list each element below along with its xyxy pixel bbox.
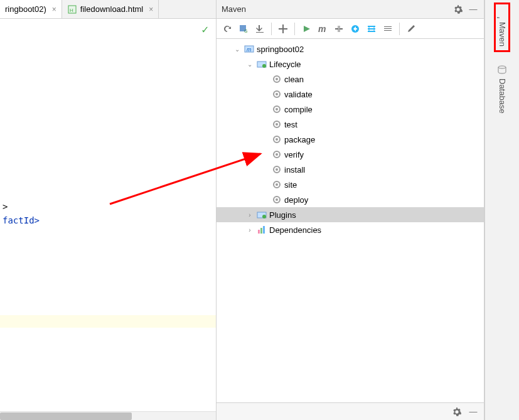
svg-point-26 (276, 168, 278, 171)
svg-point-24 (276, 153, 278, 156)
gear-icon (272, 195, 282, 205)
tab-label: ringboot02) (5, 4, 46, 14)
gear-icon[interactable] (452, 4, 464, 15)
goal-compile[interactable]: compile (217, 102, 484, 117)
goal-validate[interactable]: validate (217, 87, 484, 102)
skip-tests-icon[interactable] (332, 22, 346, 36)
node-label: deploy (284, 195, 308, 205)
gear-icon (272, 134, 282, 144)
tab-filedownload[interactable]: H filedownload.html × (62, 0, 159, 18)
svg-text:m: m (497, 16, 503, 18)
svg-point-37 (498, 66, 506, 68)
editor-tabs: ringboot02) × H filedownload.html × (0, 0, 216, 19)
svg-point-32 (262, 215, 266, 218)
node-label: package (284, 135, 315, 144)
goal-test[interactable]: test (217, 117, 484, 132)
editor-area: ringboot02) × H filedownload.html × ✓ > … (0, 0, 217, 420)
node-label: validate (284, 90, 313, 99)
gear-icon[interactable] (451, 406, 463, 417)
maven-tool-tab[interactable]: m Maven (494, 3, 510, 52)
tool-tab-label: Database (498, 78, 507, 114)
collapse-all-icon[interactable] (381, 22, 395, 36)
svg-text:m: m (247, 46, 252, 53)
close-icon[interactable]: × (52, 5, 56, 14)
dependencies-icon (257, 225, 267, 235)
database-tool-tab[interactable]: Database (495, 60, 510, 119)
add-icon[interactable] (276, 22, 290, 36)
maven-tool-window: Maven — G m ⌄ (217, 0, 484, 420)
gear-icon (272, 89, 282, 99)
close-icon[interactable]: × (149, 5, 153, 14)
svg-text:G: G (244, 29, 247, 33)
node-label: Plugins (269, 210, 296, 220)
node-label: compile (284, 105, 313, 114)
node-label: Dependencies (269, 225, 321, 235)
download-icon[interactable] (253, 22, 267, 36)
tool-tab-label: Maven (498, 22, 507, 46)
gear-icon (272, 149, 282, 159)
dependencies-node[interactable]: › Dependencies (217, 222, 484, 237)
tab-springboot02[interactable]: ringboot02) × (0, 0, 62, 18)
goal-install[interactable]: install (217, 162, 484, 177)
gear-icon (272, 104, 282, 114)
lifecycle-node[interactable]: ⌄ Lifecycle (217, 57, 484, 72)
chevron-right-icon: › (245, 212, 254, 218)
svg-point-12 (262, 64, 266, 68)
scrollbar-thumb[interactable] (0, 412, 132, 420)
svg-point-28 (276, 183, 278, 186)
goal-deploy[interactable]: deploy (217, 192, 484, 207)
project-node[interactable]: ⌄ m springboot02 (217, 41, 484, 57)
node-label: springboot02 (257, 45, 304, 54)
node-label: verify (284, 150, 304, 159)
minimize-icon[interactable]: — (468, 406, 479, 417)
tab-label: filedownload.html (80, 4, 143, 14)
goal-verify[interactable]: verify (217, 147, 484, 162)
gear-icon (272, 119, 282, 129)
chevron-down-icon: ⌄ (245, 61, 254, 68)
maven-project-icon: m (244, 44, 254, 54)
horizontal-scrollbar[interactable] (0, 411, 216, 420)
node-label: site (284, 180, 297, 190)
chevron-right-icon: › (245, 227, 254, 234)
highlighted-line (0, 315, 216, 328)
svg-point-20 (276, 123, 278, 126)
goal-site[interactable]: site (217, 177, 484, 192)
node-label: test (284, 120, 297, 129)
svg-point-30 (276, 198, 278, 201)
goal-package[interactable]: package (217, 132, 484, 147)
svg-text:m: m (318, 24, 326, 34)
code-line: factId> (0, 213, 216, 227)
svg-point-18 (276, 108, 278, 110)
panel-title: Maven (222, 4, 246, 14)
chevron-down-icon: ⌄ (233, 46, 242, 53)
settings-icon[interactable] (404, 22, 418, 36)
svg-point-22 (276, 138, 278, 141)
maven-m-icon[interactable]: m (316, 22, 329, 36)
check-icon: ✓ (201, 23, 208, 36)
offline-mode-icon[interactable] (348, 22, 362, 36)
svg-rect-33 (258, 230, 260, 234)
goal-clean[interactable]: clean (217, 72, 484, 87)
code-line: > (0, 200, 216, 213)
show-dependencies-icon[interactable] (365, 22, 378, 36)
generate-sources-icon[interactable]: G (237, 22, 250, 36)
svg-rect-35 (263, 226, 265, 234)
maven-panel-header: Maven — (217, 0, 484, 19)
svg-text:H: H (70, 8, 73, 13)
refresh-icon[interactable] (220, 22, 234, 36)
gear-icon (272, 180, 282, 190)
gear-icon (272, 74, 282, 84)
plugins-node[interactable]: › Plugins (217, 207, 484, 222)
node-label: install (284, 165, 305, 175)
svg-point-16 (276, 93, 278, 95)
minimize-icon[interactable]: — (468, 4, 479, 15)
run-icon[interactable] (299, 22, 313, 36)
html-file-icon: H (67, 4, 77, 14)
gear-icon (272, 164, 282, 175)
svg-rect-34 (260, 228, 262, 234)
folder-icon (257, 210, 267, 220)
right-tool-strip: m Maven Database (484, 0, 519, 420)
node-label: Lifecycle (269, 60, 301, 69)
maven-toolbar: G m (217, 19, 484, 39)
editor-body[interactable]: ✓ > factId> (0, 19, 216, 420)
